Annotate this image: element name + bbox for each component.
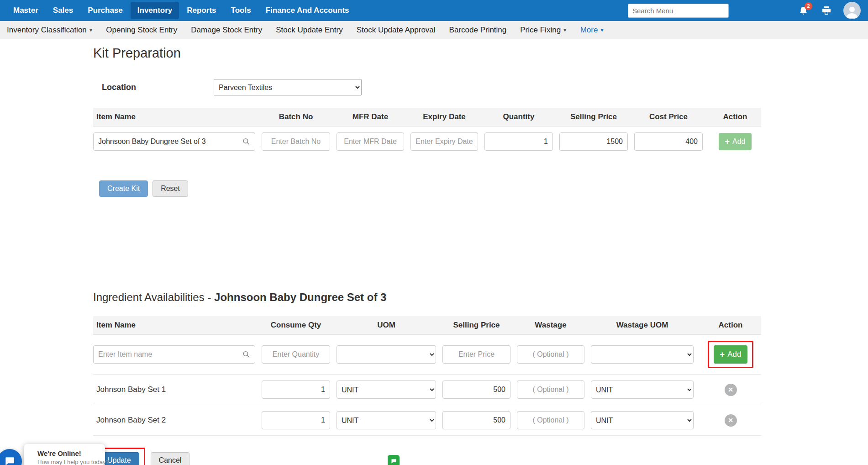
wastage-uom-select[interactable]: UNIT — [591, 380, 694, 399]
uom-select[interactable]: UNIT — [337, 411, 436, 429]
search-icon[interactable] — [242, 350, 251, 359]
user-icon — [844, 4, 860, 19]
chat-icon — [4, 455, 16, 465]
ingredient-actions-row: Update Cancel — [93, 448, 761, 465]
print-button[interactable] — [821, 5, 832, 16]
subnav-label: Damage Stock Entry — [191, 26, 262, 35]
column-header: Item Name — [93, 321, 255, 330]
subnav-label: Inventory Classification — [7, 26, 87, 35]
ingredient-price-input[interactable] — [442, 345, 510, 364]
subnav-label: Opening Stock Entry — [106, 26, 177, 35]
column-header: Action — [709, 112, 761, 122]
ingredient-price-input[interactable] — [442, 380, 510, 399]
column-header: Item Name — [93, 112, 255, 122]
batch-no-input[interactable] — [262, 132, 330, 151]
chat-widget[interactable]: We're Online! How may I help you today? — [24, 444, 105, 465]
ingredient-add-button[interactable]: + Add — [714, 345, 748, 364]
nav-item-sales[interactable]: Sales — [46, 2, 80, 19]
cancel-button[interactable]: Cancel — [151, 452, 190, 465]
uom-select[interactable] — [337, 345, 436, 364]
printer-icon — [821, 5, 832, 16]
column-header: Selling Price — [559, 112, 628, 122]
section-title-item-name: Johnsoon Baby Dungree Set of 3 — [214, 291, 386, 303]
add-button-label: Add — [732, 137, 745, 146]
ingredient-entry-row: + Add — [93, 335, 761, 375]
location-select[interactable]: Parveen Textiles — [214, 79, 362, 95]
section-title-prefix: Ingredient Availabilities - — [93, 291, 214, 303]
cost-price-input[interactable] — [634, 132, 703, 151]
nav-item-inventory[interactable]: Inventory — [131, 2, 179, 19]
selling-price-input[interactable] — [559, 132, 628, 151]
topnav-right-cluster: 2 — [628, 2, 861, 19]
wastage-uom-select[interactable] — [591, 345, 694, 364]
location-row: Location Parveen Textiles — [102, 79, 761, 95]
annotation-box-add: + Add — [708, 341, 754, 368]
expiry-date-input[interactable] — [410, 132, 478, 151]
kit-add-button[interactable]: + Add — [719, 133, 752, 150]
subnav-label: More — [580, 26, 598, 35]
kit-item-name-input[interactable] — [93, 132, 255, 151]
uom-select[interactable]: UNIT — [337, 380, 436, 399]
consume-qty-input[interactable] — [262, 345, 330, 364]
quantity-input[interactable] — [484, 132, 553, 151]
subnav-item-more[interactable]: More ▾ — [573, 21, 610, 39]
wastage-input[interactable] — [517, 345, 584, 364]
consume-qty-input[interactable] — [262, 411, 330, 429]
notifications-button[interactable]: 2 — [798, 5, 809, 16]
subnav-item-inventory-classification[interactable]: Inventory Classification ▾ — [0, 21, 99, 39]
ingredient-price-input[interactable] — [442, 411, 510, 429]
subnav-label: Barcode Printing — [449, 26, 507, 35]
message-icon — [390, 458, 397, 465]
chevron-down-icon: ▾ — [600, 26, 604, 33]
chat-online-status: We're Online! — [37, 449, 97, 457]
subnav-item-stock-update-entry[interactable]: Stock Update Entry — [269, 21, 349, 39]
column-header: Quantity — [484, 112, 553, 122]
chevron-down-icon: ▾ — [563, 26, 567, 33]
ingredients-section-title: Ingredient Availabilities - Johnsoon Bab… — [93, 291, 761, 304]
ingredient-item-name-input[interactable] — [93, 345, 255, 364]
nav-item-reports[interactable]: Reports — [180, 2, 223, 19]
wastage-input[interactable] — [517, 411, 584, 429]
subnav-item-opening-stock-entry[interactable]: Opening Stock Entry — [99, 21, 184, 39]
main-menu: Master Sales Purchase Inventory Reports … — [6, 2, 356, 19]
subnav-item-stock-update-approval[interactable]: Stock Update Approval — [350, 21, 442, 39]
wastage-uom-select[interactable]: UNIT — [591, 411, 694, 429]
consume-qty-input[interactable] — [262, 380, 330, 399]
nav-item-tools[interactable]: Tools — [224, 2, 258, 19]
remove-row-icon[interactable]: ✕ — [725, 414, 737, 427]
column-header: Selling Price — [442, 321, 510, 330]
wastage-input[interactable] — [517, 380, 584, 399]
column-header: Batch No — [262, 112, 330, 122]
chat-launcher-button[interactable] — [0, 449, 22, 465]
column-header: Cost Price — [634, 112, 703, 122]
kit-table-header: Item Name Batch No MFR Date Expiry Date … — [93, 108, 761, 127]
search-icon[interactable] — [242, 137, 251, 146]
subnav-item-barcode-printing[interactable]: Barcode Printing — [442, 21, 514, 39]
avatar[interactable] — [843, 2, 861, 19]
chat-help-text: How may I help you today? — [37, 459, 97, 465]
nav-item-finance-and-accounts[interactable]: Finance And Accounts — [259, 2, 356, 19]
reset-button[interactable]: Reset — [153, 180, 188, 197]
remove-row-icon[interactable]: ✕ — [725, 384, 737, 396]
column-header: Wastage UOM — [591, 321, 694, 330]
subnav-item-damage-stock-entry[interactable]: Damage Stock Entry — [184, 21, 269, 39]
column-header: Wastage — [517, 321, 584, 330]
add-button-label: Add — [727, 350, 741, 359]
nav-item-purchase[interactable]: Purchase — [81, 2, 130, 19]
subnav-label: Stock Update Entry — [276, 26, 342, 35]
page-title: Kit Preparation — [93, 46, 761, 61]
floating-green-icon[interactable] — [388, 455, 400, 465]
notification-badge: 2 — [805, 2, 812, 10]
ingredient-row: Johnson Baby Set 1 UNIT UNIT ✕ — [93, 375, 761, 405]
mfr-date-input[interactable] — [337, 132, 404, 151]
subnav-label: Stock Update Approval — [357, 26, 436, 35]
ingredient-name: Johnson Baby Set 1 — [93, 385, 255, 394]
plus-icon: + — [725, 137, 730, 147]
subnav-item-price-fixing[interactable]: Price Fixing ▾ — [513, 21, 573, 39]
ingredient-row: Johnson Baby Set 2 UNIT UNIT ✕ — [93, 405, 761, 436]
search-menu-input[interactable] — [628, 4, 729, 18]
column-header: MFR Date — [337, 112, 404, 122]
nav-item-master[interactable]: Master — [6, 2, 45, 19]
create-kit-button[interactable]: Create Kit — [99, 180, 148, 197]
ingredient-name: Johnson Baby Set 2 — [93, 416, 255, 425]
